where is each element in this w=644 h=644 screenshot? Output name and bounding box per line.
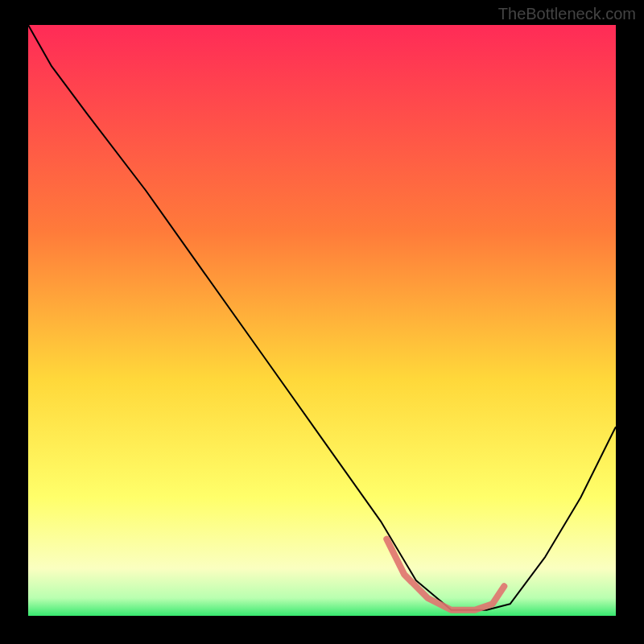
plot-panel	[28, 25, 616, 616]
chart-svg	[0, 0, 644, 644]
watermark-label: TheBottleneck.com	[498, 5, 636, 23]
chart-root: TheBottleneck.com	[0, 0, 644, 644]
